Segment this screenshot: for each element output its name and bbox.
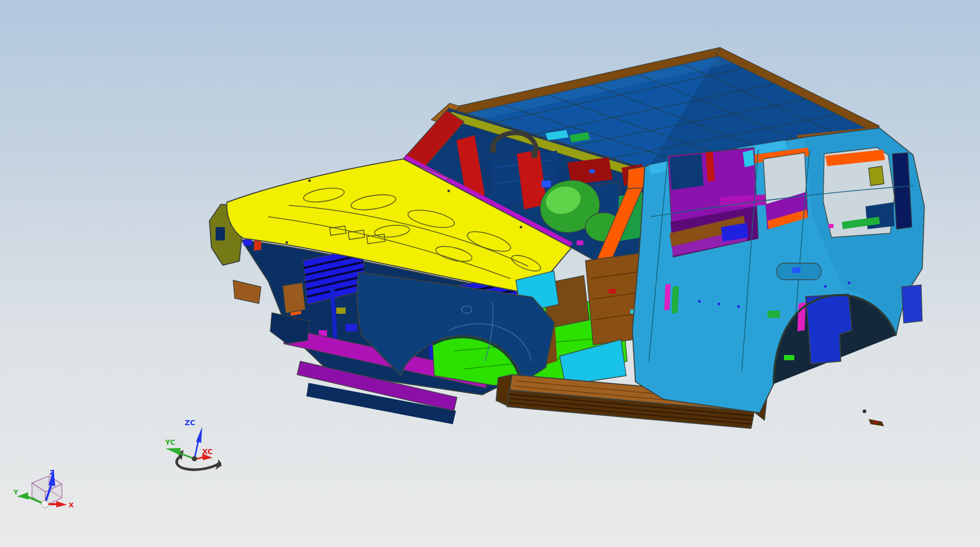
spot-weld-dot [824, 285, 827, 288]
rear-lower-blue-patch[interactable] [902, 285, 922, 323]
datum-y-label[interactable]: Y [13, 488, 19, 496]
wcs-z-arrowhead[interactable] [196, 427, 202, 443]
wcs-z-shaft[interactable] [194, 440, 199, 459]
quarter-window-bracket[interactable] [869, 166, 884, 186]
datum-y-arrowhead[interactable] [17, 492, 29, 500]
arch-green-chip [767, 311, 780, 318]
olive-chip [336, 308, 346, 314]
wcs-y-arrowhead[interactable] [166, 448, 181, 455]
wcs-origin-knob[interactable] [192, 456, 197, 461]
hood-bolt [520, 226, 522, 229]
datum-origin-ball[interactable] [41, 501, 48, 508]
hood-bolt [286, 242, 288, 244]
cad-viewport[interactable]: ZC YC XC Z Y [0, 0, 980, 547]
aperture-cyan-chip [743, 150, 754, 167]
door-handle-glint [792, 267, 801, 273]
spot-weld-dot [738, 305, 740, 308]
wcs-triad[interactable]: ZC YC XC [165, 419, 222, 470]
magenta-chip [577, 240, 583, 245]
spot-weld-dot [718, 303, 721, 305]
hood-bolt [448, 190, 450, 192]
detached-small-parts[interactable] [863, 410, 885, 427]
hood-bolt [308, 180, 311, 182]
datum-x-label[interactable]: X [69, 501, 74, 509]
pillar-magenta-sliver [664, 284, 671, 311]
door-handle-recess[interactable] [777, 263, 821, 280]
grab-handle-base [490, 146, 496, 153]
red-chip [609, 289, 616, 294]
blue-chip [346, 324, 357, 331]
cowl-side-dark-patch [216, 227, 225, 240]
arch-green-chip [784, 355, 794, 360]
blue-chip [590, 169, 595, 173]
wcs-x-label[interactable]: XC [202, 447, 213, 456]
wcs-axis-x[interactable]: XC [195, 447, 213, 460]
small-part-dot[interactable] [863, 410, 867, 413]
datum-origin-ball-highlight [43, 502, 45, 504]
glint-chip [542, 181, 551, 187]
small-part-red-line [874, 422, 878, 423]
aperture-navy-patch [669, 154, 704, 190]
3d-scene[interactable]: ZC YC XC Z Y [0, 0, 980, 547]
copper-bracket[interactable] [283, 283, 305, 313]
wcs-axis-z[interactable]: ZC [185, 419, 202, 459]
spot-weld-dot [848, 282, 851, 284]
wcs-y-label[interactable]: YC [165, 438, 175, 446]
grab-handle-base [531, 151, 537, 158]
datum-z-label[interactable]: Z [50, 469, 54, 476]
body-side-assembly[interactable] [632, 128, 924, 413]
datum-x-arrowhead[interactable] [56, 501, 67, 507]
car-body-model[interactable] [209, 47, 924, 428]
datum-csys[interactable]: Z Y X [13, 469, 74, 509]
blue-chip [243, 239, 252, 246]
pillar-green-sliver [672, 286, 679, 314]
front-bracket-copper[interactable] [233, 280, 261, 303]
magenta-chip [828, 224, 834, 228]
spot-weld-dot [698, 300, 701, 303]
wcs-z-label[interactable]: ZC [185, 419, 195, 427]
